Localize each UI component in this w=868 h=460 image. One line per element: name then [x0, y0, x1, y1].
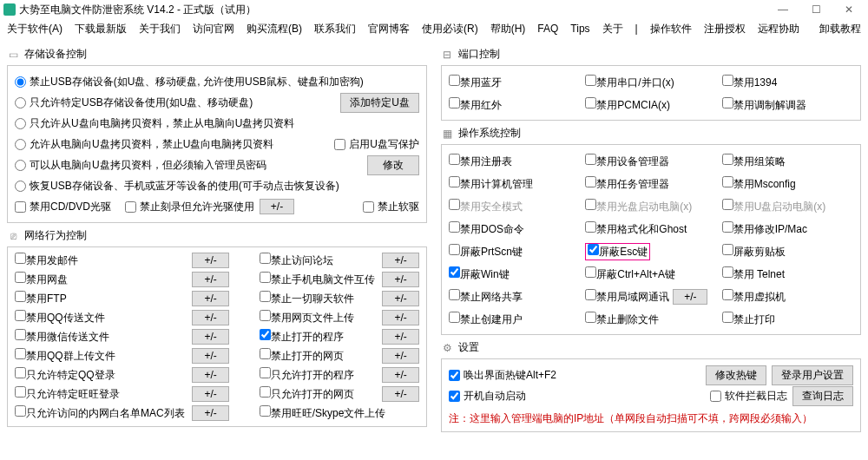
pm-button[interactable]: +/- — [382, 253, 419, 268]
menu-item[interactable]: 关于我们 — [139, 22, 181, 36]
os-checkbox[interactable]: 禁用安全模式 — [449, 199, 523, 214]
query-log-button[interactable]: 查询日志 — [792, 386, 853, 406]
menu-uninstall[interactable]: 卸载教程 — [819, 22, 861, 36]
pm-button[interactable]: +/- — [192, 348, 229, 364]
radio-usb-to-pc-only[interactable]: 只允许从U盘向电脑拷贝资料，禁止从电脑向U盘拷贝资料 — [15, 116, 294, 131]
net-checkbox[interactable]: 禁用FTP — [15, 291, 187, 306]
os-checkbox[interactable]: 禁止打印 — [722, 312, 775, 327]
os-checkbox[interactable]: 禁用格式化和Ghost — [585, 221, 687, 237]
pm-button[interactable]: +/- — [382, 310, 419, 325]
radio-disable-usb[interactable]: 禁止USB存储设备(如U盘、移动硬盘, 允许使用USB鼠标、键盘和加密狗) — [15, 75, 364, 89]
net-checkbox[interactable]: 只允许特定旺旺登录 — [15, 386, 187, 402]
checkbox-disable-floppy[interactable]: 禁止软驱 — [363, 200, 419, 214]
os-checkbox[interactable]: 禁用U盘启动电脑(x) — [722, 199, 826, 214]
port-checkbox[interactable]: 禁用调制解调器 — [722, 97, 806, 113]
net-checkbox[interactable]: 禁止打开的网页 — [260, 348, 378, 364]
menu-item[interactable]: 购买流程(B) — [247, 22, 302, 36]
os-checkbox[interactable]: 禁用注册表 — [449, 154, 512, 169]
radio-copy-with-password[interactable]: 可以从电脑向U盘拷贝资料，但必须输入管理员密码 — [15, 158, 266, 173]
menu-item[interactable]: 关于软件(A) — [7, 22, 62, 36]
net-checkbox[interactable]: 只允许打开的程序 — [260, 367, 378, 383]
net-checkbox[interactable]: 禁止一切聊天软件 — [260, 291, 378, 306]
os-checkbox[interactable]: 禁用DOS命令 — [449, 221, 524, 237]
net-checkbox[interactable]: 禁止访问论坛 — [260, 253, 378, 268]
checkbox-hotkey[interactable]: 唤出界面热键Alt+F2 — [449, 368, 556, 383]
os-checkbox[interactable]: 禁止创建用户 — [449, 312, 523, 327]
maximize-button[interactable]: ☐ — [807, 3, 825, 16]
net-checkbox[interactable]: 禁止手机电脑文件互传 — [260, 272, 378, 287]
radio-pc-to-usb-only[interactable]: 允许从电脑向U盘拷贝资料，禁止U盘向电脑拷贝资料 — [15, 137, 273, 152]
net-checkbox[interactable]: 只允许打开的网页 — [260, 386, 378, 402]
checkbox-disable-burn[interactable]: 禁止刻录但允许光驱使用 — [125, 200, 254, 214]
pm-button[interactable]: +/- — [192, 329, 229, 345]
pm-button[interactable]: +/- — [192, 291, 229, 306]
pm-button[interactable]: +/- — [192, 386, 229, 402]
menu-item[interactable]: Tips — [570, 23, 589, 35]
checkbox-u-write-protect[interactable]: 启用U盘写保护 — [334, 137, 419, 152]
checkbox-autostart[interactable]: 开机自动启动 — [449, 389, 526, 404]
login-user-button[interactable]: 登录用户设置 — [772, 365, 853, 385]
menu-item[interactable]: 远程协助 — [758, 22, 799, 36]
menu-item[interactable]: 下载最新版 — [75, 22, 127, 36]
port-checkbox[interactable]: 禁用蓝牙 — [449, 75, 502, 90]
menu-item[interactable]: 操作软件 — [650, 22, 692, 36]
pm-button[interactable]: +/- — [260, 199, 294, 214]
os-checkbox[interactable]: 禁用任务管理器 — [585, 176, 669, 192]
net-checkbox[interactable]: 禁止打开的程序 — [260, 329, 378, 345]
os-checkbox[interactable]: 禁用修改IP/Mac — [722, 221, 807, 237]
net-checkbox[interactable]: 禁用微信传送文件 — [15, 329, 187, 345]
net-checkbox[interactable]: 只允许访问的内网白名单MAC列表 — [15, 405, 187, 421]
modify-hotkey-button[interactable]: 修改热键 — [706, 365, 766, 385]
net-checkbox[interactable]: 禁用网盘 — [15, 272, 187, 287]
add-usb-button[interactable]: 添加特定U盘 — [340, 93, 419, 113]
os-checkbox[interactable]: 屏蔽剪贴板 — [722, 244, 786, 260]
modify-button[interactable]: 修改 — [367, 155, 419, 175]
os-checkbox[interactable]: 禁用设备管理器 — [585, 154, 669, 169]
pm-button[interactable]: +/- — [192, 405, 229, 421]
pm-button[interactable]: +/- — [382, 348, 419, 364]
os-checkbox[interactable]: 禁用虚拟机 — [722, 289, 786, 305]
pm-button[interactable]: +/- — [192, 253, 229, 268]
port-checkbox[interactable]: 禁用PCMCIA(x) — [585, 97, 670, 113]
checkbox-block-log[interactable]: 软件拦截日志 — [710, 389, 787, 404]
os-checkbox[interactable]: 禁用 Telnet — [722, 266, 785, 282]
menu-item[interactable]: 注册授权 — [704, 22, 746, 36]
menu-item[interactable]: 官网博客 — [368, 22, 410, 36]
menu-item[interactable]: 帮助(H) — [490, 22, 526, 36]
checkbox-disable-cd[interactable]: 禁用CD/DVD光驱 — [15, 200, 111, 214]
port-checkbox[interactable]: 禁用1394 — [722, 75, 778, 90]
net-checkbox[interactable]: 禁用QQ传送文件 — [15, 310, 187, 325]
port-checkbox[interactable]: 禁用串口/并口(x) — [585, 75, 674, 90]
os-checkbox[interactable]: 禁用组策略 — [722, 154, 786, 169]
net-checkbox[interactable]: 禁用网页文件上传 — [260, 310, 378, 325]
os-checkbox[interactable]: 禁用局域网通讯 — [585, 289, 669, 305]
radio-allow-specific-usb[interactable]: 只允许特定USB存储设备使用(如U盘、移动硬盘) — [15, 95, 253, 110]
net-checkbox[interactable]: 禁用发邮件 — [15, 253, 187, 268]
menu-item[interactable]: 关于 — [602, 22, 623, 36]
pm-button[interactable]: +/- — [382, 329, 419, 345]
pm-button[interactable]: +/- — [382, 386, 419, 402]
menu-item[interactable]: 访问官网 — [193, 22, 234, 36]
os-checkbox[interactable]: 禁用Msconfig — [722, 176, 796, 192]
os-checkbox[interactable]: 禁用计算机管理 — [449, 176, 533, 192]
radio-restore-usb[interactable]: 恢复USB存储设备、手机或蓝牙等设备的使用(可手动点击恢复设备) — [15, 179, 339, 194]
menu-item[interactable]: 联系我们 — [314, 22, 356, 36]
pm-button[interactable]: +/- — [192, 310, 229, 325]
net-checkbox[interactable]: 禁用QQ群上传文件 — [15, 348, 187, 364]
pm-button[interactable]: +/- — [192, 272, 229, 287]
menu-item[interactable]: FAQ — [537, 23, 558, 35]
pm-button[interactable]: +/- — [382, 272, 419, 287]
os-checkbox[interactable]: 屏蔽PrtScn键 — [449, 244, 523, 260]
pm-button[interactable]: +/- — [192, 367, 229, 383]
os-checkbox[interactable]: 屏蔽Esc键 — [588, 244, 648, 260]
minimize-button[interactable]: — — [774, 3, 792, 16]
net-checkbox[interactable]: 只允许特定QQ登录 — [15, 367, 187, 383]
port-checkbox[interactable]: 禁用红外 — [449, 97, 502, 113]
os-checkbox[interactable]: 禁用光盘启动电脑(x) — [585, 199, 692, 214]
os-checkbox[interactable]: 禁止网络共享 — [449, 289, 523, 305]
os-checkbox[interactable]: 屏蔽Win键 — [449, 266, 510, 282]
pm-button[interactable]: +/- — [382, 291, 419, 306]
os-checkbox[interactable]: 屏蔽Ctrl+Alt+A键 — [585, 266, 675, 282]
pm-button[interactable]: +/- — [673, 289, 707, 305]
os-checkbox[interactable]: 禁止删除文件 — [585, 312, 659, 327]
